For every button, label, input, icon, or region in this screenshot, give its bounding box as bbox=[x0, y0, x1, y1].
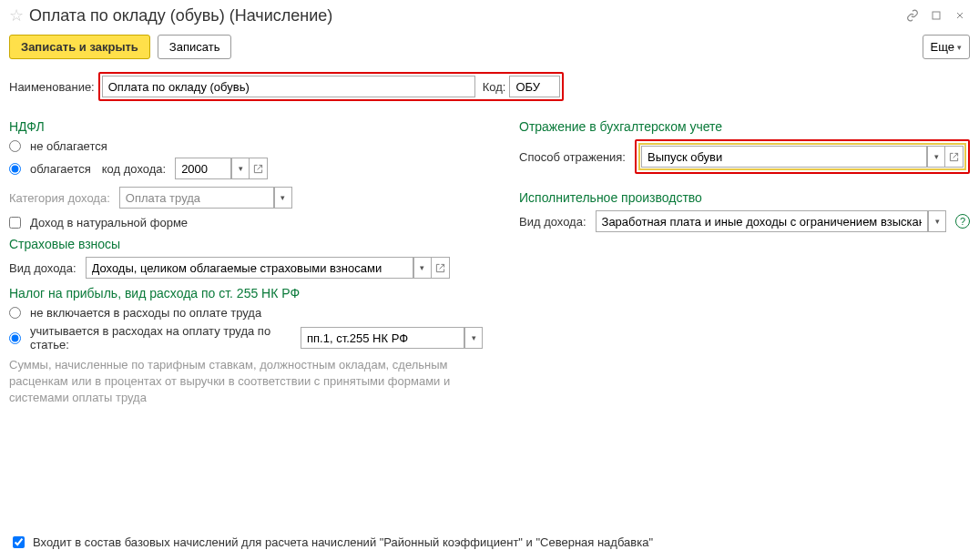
highlight-reflection-method: ▾ bbox=[635, 139, 970, 174]
profit-tax-section-title: Налог на прибыль, вид расхода по ст. 255… bbox=[9, 286, 483, 300]
insurance-income-type-open-button[interactable] bbox=[432, 257, 450, 279]
profit-tax-article-dropdown-button[interactable]: ▾ bbox=[464, 327, 483, 349]
highlight-name-code: Код: bbox=[98, 72, 565, 101]
accounting-method-label: Способ отражения: bbox=[519, 150, 626, 164]
ndfl-section-title: НДФЛ bbox=[9, 119, 483, 134]
ndfl-not-taxed-label: не облагается bbox=[30, 139, 107, 153]
base-accruals-label: Входит в состав базовых начислений для р… bbox=[33, 535, 653, 549]
accounting-method-field[interactable] bbox=[641, 146, 927, 168]
income-category-label: Категория дохода: bbox=[9, 191, 110, 205]
window-title: Оплата по окладу (обувь) (Начисление) bbox=[29, 6, 899, 25]
accounting-section-title: Отражение в бухгалтерском учете bbox=[519, 119, 970, 134]
profit-tax-not-included-label: не включается в расходы по оплате труда bbox=[30, 306, 261, 320]
profit-tax-not-included-radio[interactable] bbox=[9, 307, 21, 319]
link-icon[interactable] bbox=[903, 5, 923, 25]
accounting-method-dropdown-button[interactable]: ▾ bbox=[927, 146, 945, 168]
close-icon[interactable] bbox=[950, 5, 970, 25]
insurance-section-title: Страховые взносы bbox=[9, 237, 483, 251]
footer-row: Входит в состав базовых начислений для р… bbox=[9, 534, 653, 551]
help-icon[interactable]: ? bbox=[955, 214, 970, 229]
save-button[interactable]: Записать bbox=[158, 35, 232, 59]
svg-rect-0 bbox=[933, 12, 940, 19]
ndfl-not-taxed-radio[interactable] bbox=[9, 140, 21, 152]
chevron-down-icon: ▾ bbox=[957, 43, 962, 52]
income-code-open-button[interactable] bbox=[250, 158, 268, 179]
toolbar: Записать и закрыть Записать Еще ▾ bbox=[0, 29, 979, 70]
income-category-dropdown-button[interactable]: ▾ bbox=[274, 187, 292, 209]
name-code-row: Наименование: Код: bbox=[0, 70, 979, 103]
ndfl-taxed-label: облагается bbox=[30, 162, 91, 176]
enforcement-section-title: Исполнительное производство bbox=[519, 190, 970, 205]
natural-form-checkbox[interactable] bbox=[9, 217, 21, 229]
enforcement-income-type-label: Вид дохода: bbox=[519, 215, 586, 229]
save-close-button[interactable]: Записать и закрыть bbox=[9, 35, 150, 59]
enforcement-income-type-dropdown-button[interactable]: ▾ bbox=[928, 210, 946, 232]
ndfl-taxed-radio[interactable] bbox=[9, 163, 21, 175]
more-button[interactable]: Еще ▾ bbox=[923, 35, 970, 59]
income-code-field[interactable] bbox=[175, 158, 231, 179]
code-label: Код: bbox=[483, 80, 506, 94]
name-label: Наименование: bbox=[9, 80, 95, 94]
insurance-income-type-field[interactable] bbox=[86, 257, 413, 279]
name-field[interactable] bbox=[102, 76, 475, 97]
insurance-income-type-label: Вид дохода: bbox=[9, 261, 76, 275]
more-button-label: Еще bbox=[931, 40, 954, 54]
window-header: ☆ Оплата по окладу (обувь) (Начисление) bbox=[0, 0, 979, 29]
maximize-icon[interactable] bbox=[926, 5, 946, 25]
profit-tax-hint: Суммы, начисленные по тарифным ставкам, … bbox=[9, 357, 464, 407]
favorite-star-icon[interactable]: ☆ bbox=[9, 5, 24, 25]
income-code-label: код дохода: bbox=[102, 162, 166, 176]
income-category-field bbox=[119, 187, 274, 209]
natural-form-label: Доход в натуральной форме bbox=[30, 216, 188, 229]
profit-tax-included-radio[interactable] bbox=[9, 332, 21, 344]
profit-tax-article-field[interactable] bbox=[301, 327, 464, 349]
accounting-method-open-button[interactable] bbox=[945, 146, 964, 168]
code-field[interactable] bbox=[509, 76, 560, 97]
base-accruals-checkbox[interactable] bbox=[13, 536, 25, 548]
insurance-income-type-dropdown-button[interactable]: ▾ bbox=[413, 257, 432, 279]
income-code-dropdown-button[interactable]: ▾ bbox=[231, 158, 250, 179]
enforcement-income-type-field[interactable] bbox=[596, 210, 928, 232]
profit-tax-included-label: учитывается в расходах на оплату труда п… bbox=[30, 324, 290, 351]
